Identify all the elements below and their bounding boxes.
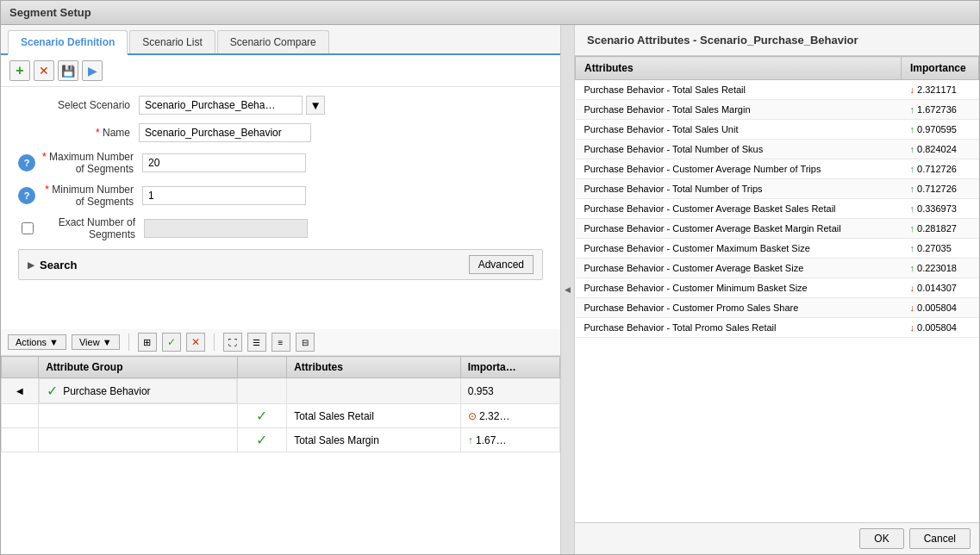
- toolbar-separator-2: [214, 334, 215, 351]
- tab-scenario-compare[interactable]: Scenario Compare: [217, 30, 329, 53]
- ok-button[interactable]: OK: [859, 528, 903, 549]
- save-button[interactable]: 💾: [58, 60, 78, 81]
- min-segments-help-icon[interactable]: ?: [18, 187, 35, 204]
- add-button[interactable]: +: [9, 60, 30, 81]
- attr-importance: ↓ 2.321171: [902, 80, 979, 100]
- tab-scenario-list[interactable]: Scenario List: [129, 30, 215, 53]
- check-icon-2: ✓: [256, 433, 267, 447]
- select-scenario-input[interactable]: [139, 96, 303, 115]
- attr-importance: ↑ 0.712726: [902, 159, 979, 179]
- select-scenario-row: Select Scenario ▼: [18, 96, 543, 115]
- run-button[interactable]: ▶: [82, 60, 103, 81]
- grid-toolbar: Actions ▼ View ▼ ⊞ ✓ ✕ ⛶ ☰ ≡ ⊟: [1, 329, 560, 356]
- left-panel: Scenario Definition Scenario List Scenar…: [1, 25, 561, 554]
- attr-table-row: Purchase Behavior - Customer Promo Sales…: [576, 298, 979, 318]
- right-panel: Scenario Attributes - Scenario_Purchase_…: [575, 25, 979, 554]
- grid-view-icon[interactable]: ⊞: [138, 333, 157, 352]
- uncheck-all-icon[interactable]: ✕: [186, 333, 205, 352]
- form-toolbar: + ✕ 💾 ▶: [1, 55, 560, 87]
- name-label: * Name: [18, 127, 139, 139]
- row-mid: [237, 378, 287, 404]
- up-icon: ↑: [910, 144, 915, 154]
- actions-button[interactable]: Actions ▼: [8, 334, 66, 350]
- attr-importance: ↑ 0.223018: [902, 259, 979, 278]
- down-icon: ↓: [910, 84, 915, 95]
- row-attr-2: Total Sales Retail: [287, 404, 461, 428]
- attr-importance: ↑ 0.336973: [902, 199, 979, 219]
- name-row: * Name: [18, 123, 543, 142]
- select-scenario-wrapper: ▼: [139, 96, 325, 115]
- tab-scenario-definition[interactable]: Scenario Definition: [8, 30, 128, 55]
- exact-segments-input[interactable]: [144, 219, 308, 238]
- row-check-3: ✓: [237, 428, 287, 452]
- row-expand[interactable]: ◀: [2, 378, 39, 404]
- name-input[interactable]: [139, 123, 311, 142]
- view-button[interactable]: View ▼: [72, 334, 120, 350]
- delete-button[interactable]: ✕: [34, 60, 54, 81]
- max-segments-help-icon[interactable]: ?: [18, 154, 35, 171]
- attr-table: Attributes Importance Purchase Behavior …: [575, 56, 979, 338]
- attr-name: Purchase Behavior - Total Promo Sales Re…: [576, 318, 902, 338]
- col-importance: Importa…: [460, 357, 559, 378]
- down-icon: ↓: [910, 283, 915, 293]
- search-expand-icon: ▶: [28, 260, 34, 270]
- group-icon[interactable]: ⊟: [296, 333, 315, 352]
- attr-name: Purchase Behavior - Total Sales Retail: [576, 80, 902, 100]
- attr-name: Purchase Behavior - Customer Average Bas…: [576, 199, 902, 219]
- right-panel-title: Scenario Attributes - Scenario_Purchase_…: [575, 25, 979, 56]
- row-expand-2: [2, 404, 39, 428]
- check-all-icon[interactable]: ✓: [162, 333, 181, 352]
- attr-table-row: Purchase Behavior - Customer Average Bas…: [576, 199, 979, 219]
- min-segments-input[interactable]: [142, 186, 306, 205]
- exact-segments-label: Exact Number of Segments: [41, 216, 144, 240]
- up-icon: ↑: [910, 203, 915, 214]
- attr-name: Purchase Behavior - Total Number of Skus: [576, 140, 902, 159]
- splitter-arrow[interactable]: ◀: [561, 25, 575, 554]
- group-check-icon: ✓: [47, 383, 58, 399]
- grid-table-wrapper: Attribute Group Attributes Importa… ◀ ✓: [1, 356, 560, 554]
- attr-importance: ↑ 1.672736: [902, 100, 979, 120]
- indent-icon[interactable]: ☰: [247, 333, 266, 352]
- row-attr-3: Total Sales Margin: [287, 428, 461, 452]
- row-expand-3: [2, 428, 39, 452]
- grid-table: Attribute Group Attributes Importa… ◀ ✓: [1, 356, 560, 452]
- col-attribute-group: Attribute Group: [39, 357, 237, 378]
- cancel-button[interactable]: Cancel: [909, 528, 971, 549]
- advanced-button[interactable]: Advanced: [469, 255, 534, 274]
- direction-icon: ⊙: [468, 410, 477, 422]
- attr-importance: ↑ 0.281827: [902, 219, 979, 239]
- attr-table-row: Purchase Behavior - Customer Average Bas…: [576, 259, 979, 278]
- table-row: ✓ Total Sales Margin ↑ 1.67…: [2, 428, 560, 452]
- attr-table-row: Purchase Behavior - Customer Average Bas…: [576, 219, 979, 239]
- attr-name: Purchase Behavior - Total Sales Margin: [576, 100, 902, 120]
- attr-importance: ↓ 0.014307: [902, 278, 979, 298]
- attr-table-wrapper: Attributes Importance Purchase Behavior …: [575, 56, 979, 522]
- table-row: ✓ Total Sales Retail ⊙ 2.32…: [2, 404, 560, 428]
- max-segments-label: * Maximum Number of Segments: [39, 151, 142, 175]
- attr-importance: ↑ 0.712726: [902, 179, 979, 199]
- select-scenario-dropdown[interactable]: ▼: [306, 96, 325, 115]
- max-segments-input[interactable]: [142, 153, 306, 172]
- table-row: ◀ ✓ Purchase Behavior 0.953: [2, 378, 560, 404]
- attr-name: Purchase Behavior - Customer Average Bas…: [576, 259, 902, 278]
- col-expand: [2, 357, 39, 378]
- exact-segments-checkbox[interactable]: [22, 222, 34, 234]
- direction-icon-2: ↑: [468, 434, 473, 446]
- attr-name: Purchase Behavior - Customer Average Num…: [576, 159, 902, 179]
- attr-name: Purchase Behavior - Customer Maximum Bas…: [576, 239, 902, 259]
- search-header[interactable]: ▶ Search Advanced: [19, 250, 542, 279]
- row-imp-3: ↑ 1.67…: [460, 428, 559, 452]
- attr-table-row: Purchase Behavior - Customer Maximum Bas…: [576, 239, 979, 259]
- name-required: *: [96, 127, 103, 139]
- attr-name: Purchase Behavior - Customer Promo Sales…: [576, 298, 902, 318]
- min-segments-row: ? * Minimum Number of Segments: [18, 184, 543, 208]
- row-importance: 0.953: [460, 378, 559, 404]
- fit-icon[interactable]: ⛶: [223, 333, 242, 352]
- col-attributes: Attributes: [287, 357, 461, 378]
- select-scenario-label: Select Scenario: [18, 99, 139, 111]
- attr-importance: ↑ 0.970595: [902, 120, 979, 140]
- attr-name: Purchase Behavior - Total Number of Trip…: [576, 179, 902, 199]
- outdent-icon[interactable]: ≡: [272, 333, 290, 352]
- attr-importance: ↓ 0.005804: [902, 318, 979, 338]
- up-icon: ↑: [910, 223, 915, 234]
